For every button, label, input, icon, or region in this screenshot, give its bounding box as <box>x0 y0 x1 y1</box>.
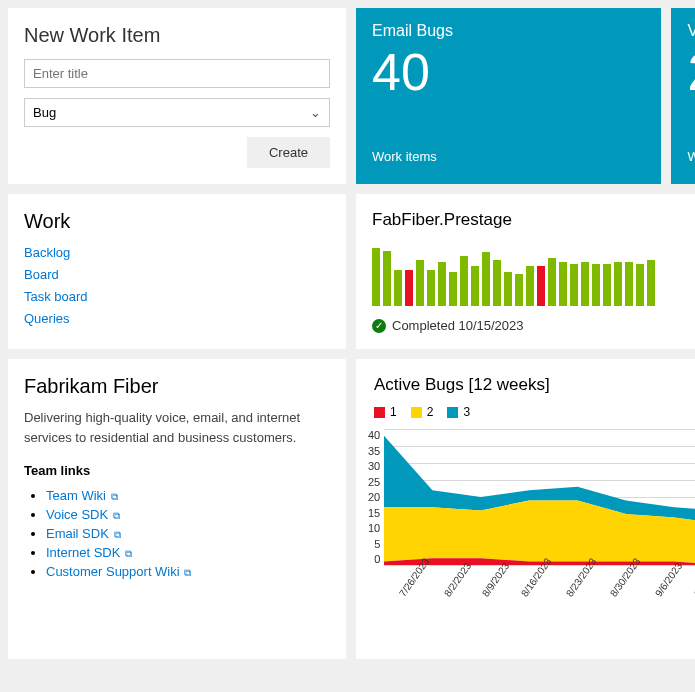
build-bar[interactable] <box>372 248 380 306</box>
prestage-status: ✓ Completed 10/15/2023 <box>372 318 695 333</box>
active-bugs-legend: 123 <box>368 405 695 419</box>
build-bar[interactable] <box>493 260 501 306</box>
build-bar[interactable] <box>625 262 633 306</box>
build-bar[interactable] <box>636 264 644 306</box>
legend-label: 1 <box>390 405 397 419</box>
y-tick: 30 <box>368 460 380 472</box>
y-tick: 15 <box>368 507 380 519</box>
external-link-icon: ⧉ <box>111 529 121 540</box>
external-link-icon: ⧉ <box>182 567 192 578</box>
build-bar[interactable] <box>383 251 391 306</box>
build-bar[interactable] <box>405 270 413 306</box>
work-title: Work <box>24 210 330 233</box>
build-bar[interactable] <box>526 266 534 306</box>
build-bar[interactable] <box>570 264 578 306</box>
team-link[interactable]: Voice SDK ⧉ <box>46 507 120 522</box>
y-tick: 5 <box>368 538 380 550</box>
build-bar[interactable] <box>416 260 424 306</box>
prestage-card: FabFiber.Prestage ✓ Completed 10/15/2023 <box>356 194 695 349</box>
build-bar[interactable] <box>460 256 468 306</box>
build-bar[interactable] <box>504 272 512 306</box>
tile-count: 40 <box>372 44 645 101</box>
legend-swatch <box>374 407 385 418</box>
work-item-type-value: Bug <box>33 105 56 120</box>
y-tick: 40 <box>368 429 380 441</box>
y-tick: 10 <box>368 522 380 534</box>
work-link[interactable]: Queries <box>24 311 70 326</box>
build-bar[interactable] <box>603 264 611 306</box>
build-bar[interactable] <box>427 270 435 306</box>
chevron-down-icon: ⌄ <box>310 105 321 120</box>
build-bar[interactable] <box>581 262 589 306</box>
check-icon: ✓ <box>372 319 386 333</box>
y-tick: 25 <box>368 476 380 488</box>
tile-sub: Work items <box>372 149 645 164</box>
work-link[interactable]: Board <box>24 267 59 282</box>
work-link[interactable]: Backlog <box>24 245 70 260</box>
y-axis: 4035302520151050 <box>368 429 384 565</box>
about-card: Fabrikam Fiber Delivering high-quality v… <box>8 359 346 659</box>
build-bar[interactable] <box>394 270 402 306</box>
new-work-item-title: New Work Item <box>24 24 330 47</box>
build-bar[interactable] <box>449 272 457 306</box>
external-link-icon: ⧉ <box>122 548 132 559</box>
tiles-row: Email Bugs 40 Work items Voice Bugs 21 W… <box>356 8 695 184</box>
y-tick: 20 <box>368 491 380 503</box>
team-links-title: Team links <box>24 463 330 478</box>
about-description: Delivering high-quality voice, email, an… <box>24 408 330 447</box>
tile-count: 21 <box>687 44 695 101</box>
prestage-status-label: Completed 10/15/2023 <box>392 318 524 333</box>
work-link[interactable]: Task board <box>24 289 88 304</box>
y-tick: 35 <box>368 445 380 457</box>
legend-item: 1 <box>374 405 397 419</box>
build-bar[interactable] <box>614 262 622 306</box>
x-axis: 7/26/20238/2/20238/9/20238/16/20238/23/2… <box>368 589 695 606</box>
team-link[interactable]: Email SDK ⧉ <box>46 526 121 541</box>
work-item-title-input[interactable] <box>24 59 330 88</box>
tile-title: Email Bugs <box>372 22 645 40</box>
legend-label: 2 <box>427 405 434 419</box>
active-bugs-card: Active Bugs [12 weeks] 123 4035302520151… <box>356 359 695 659</box>
build-bar[interactable] <box>537 266 545 306</box>
external-link-icon: ⧉ <box>110 510 120 521</box>
team-links: Team Wiki ⧉Voice SDK ⧉Email SDK ⧉Interne… <box>24 488 330 579</box>
prestage-bars <box>372 246 695 306</box>
work-item-type-select[interactable]: Bug ⌄ <box>24 98 330 127</box>
tile-email-bugs[interactable]: Email Bugs 40 Work items <box>356 8 661 184</box>
work-links: BacklogBoardTask boardQueries <box>24 243 330 327</box>
build-bar[interactable] <box>548 258 556 306</box>
build-bar[interactable] <box>647 260 655 306</box>
tile-sub: Work items <box>687 149 695 164</box>
legend-item: 3 <box>447 405 470 419</box>
legend-label: 3 <box>463 405 470 419</box>
build-bar[interactable] <box>592 264 600 306</box>
create-button[interactable]: Create <box>247 137 330 168</box>
build-bar[interactable] <box>471 266 479 306</box>
legend-swatch <box>447 407 458 418</box>
build-bar[interactable] <box>515 274 523 306</box>
about-title: Fabrikam Fiber <box>24 375 330 398</box>
tile-title: Voice Bugs <box>687 22 695 40</box>
tile-voice-bugs[interactable]: Voice Bugs 21 Work items <box>671 8 695 184</box>
build-bar[interactable] <box>438 262 446 306</box>
new-work-item-card: New Work Item Bug ⌄ Create <box>8 8 346 184</box>
external-link-icon: ⧉ <box>108 491 118 502</box>
legend-swatch <box>411 407 422 418</box>
work-card: Work BacklogBoardTask boardQueries <box>8 194 346 349</box>
build-bar[interactable] <box>482 252 490 306</box>
build-bar[interactable] <box>559 262 567 306</box>
team-link[interactable]: Team Wiki ⧉ <box>46 488 118 503</box>
team-link[interactable]: Internet SDK ⧉ <box>46 545 132 560</box>
y-tick: 0 <box>368 553 380 565</box>
team-link[interactable]: Customer Support Wiki ⧉ <box>46 564 191 579</box>
active-bugs-title: Active Bugs [12 weeks] <box>368 375 695 395</box>
prestage-title: FabFiber.Prestage <box>372 210 695 230</box>
legend-item: 2 <box>411 405 434 419</box>
